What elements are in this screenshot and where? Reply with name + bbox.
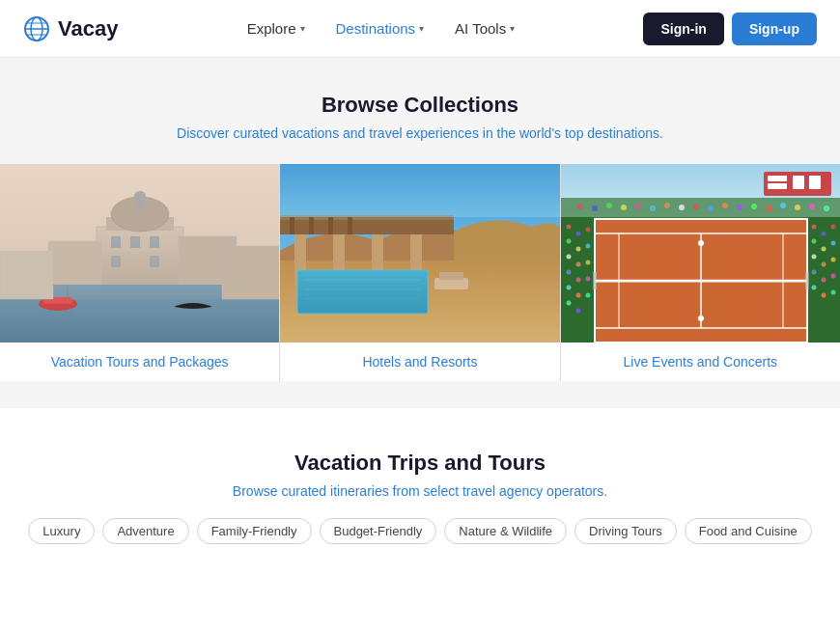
card-hotels-resorts[interactable]: Hotels and Resorts	[280, 164, 560, 381]
svg-point-98	[830, 274, 835, 279]
svg-rect-44	[280, 164, 559, 217]
browse-section: Browse Collections Discover curated vaca…	[0, 58, 840, 408]
svg-point-75	[566, 270, 571, 275]
svg-point-55	[664, 203, 670, 208]
logo-text: Vacay	[58, 16, 118, 41]
svg-point-77	[566, 286, 571, 290]
nav-links: Explore ▾ Destinations ▾ AI Tools ▾	[236, 14, 527, 42]
svg-rect-30	[309, 217, 314, 234]
cards-row: Vacation Tours and Packages	[0, 164, 840, 381]
svg-rect-18	[0, 251, 53, 299]
svg-rect-21	[130, 236, 140, 248]
svg-point-97	[830, 258, 835, 262]
svg-point-69	[566, 225, 571, 230]
svg-point-57	[693, 204, 699, 209]
svg-point-89	[811, 239, 816, 244]
svg-point-50	[592, 205, 598, 211]
tag-budget-friendly[interactable]: Budget-Friendly	[320, 518, 437, 544]
svg-point-81	[585, 228, 590, 233]
svg-point-115	[698, 240, 704, 246]
svg-point-64	[795, 205, 800, 210]
navbar: Vacay Explore ▾ Destinations ▾ AI Tools …	[0, 0, 840, 58]
card-vacation-tours-label: Vacation Tours and Packages	[0, 342, 279, 381]
tags-row: Luxury Adventure Family-Friendly Budget-…	[0, 518, 840, 544]
svg-point-91	[830, 225, 835, 230]
svg-point-93	[811, 255, 816, 260]
svg-point-59	[722, 203, 728, 208]
tag-driving-tours[interactable]: Driving Tours	[574, 518, 677, 544]
tag-food-cuisine[interactable]: Food and Cuisine	[685, 518, 812, 544]
svg-rect-121	[809, 176, 821, 189]
hotels-resorts-link[interactable]: Hotels and Resorts	[362, 354, 477, 370]
svg-point-49	[577, 204, 583, 209]
desert-image	[280, 164, 559, 342]
svg-point-96	[821, 278, 826, 283]
svg-point-71	[566, 239, 571, 244]
svg-rect-22	[150, 236, 159, 248]
logo[interactable]: Vacay	[23, 15, 118, 42]
vacation-tours-link[interactable]: Vacation Tours and Packages	[51, 354, 229, 370]
svg-rect-43	[439, 272, 463, 280]
tag-adventure[interactable]: Adventure	[102, 518, 188, 544]
signup-button[interactable]: Sign-up	[732, 13, 817, 45]
svg-point-65	[809, 204, 815, 209]
svg-rect-19	[222, 246, 279, 299]
browse-subtitle: Discover curated vacations and travel ex…	[0, 125, 840, 141]
tag-nature-wildlife[interactable]: Nature & Wildlife	[444, 518, 567, 544]
tag-family-friendly[interactable]: Family-Friendly	[197, 518, 312, 544]
svg-point-95	[811, 270, 816, 275]
svg-point-78	[575, 293, 580, 298]
svg-point-99	[811, 286, 816, 290]
svg-rect-23	[111, 256, 121, 267]
svg-point-66	[824, 205, 829, 211]
svg-rect-20	[111, 236, 121, 248]
svg-point-101	[830, 290, 835, 295]
svg-point-85	[585, 293, 590, 298]
card-live-events-label: Live Events and Concerts	[561, 342, 840, 381]
svg-rect-24	[150, 256, 159, 267]
svg-point-73	[566, 255, 571, 260]
svg-point-60	[737, 205, 742, 210]
svg-point-87	[811, 225, 816, 230]
svg-point-70	[575, 232, 580, 236]
svg-point-84	[585, 277, 590, 282]
svg-point-51	[606, 203, 612, 208]
card-vacation-tours[interactable]: Vacation Tours and Packages	[0, 164, 280, 381]
svg-point-11	[134, 191, 146, 201]
svg-rect-37	[297, 270, 428, 314]
svg-point-76	[575, 278, 580, 283]
svg-point-63	[780, 203, 786, 208]
browse-title: Browse Collections	[0, 93, 840, 118]
nav-actions: Sign-in Sign-up	[643, 13, 817, 45]
globe-icon	[23, 15, 50, 42]
card-hotels-resorts-label: Hotels and Resorts	[280, 342, 559, 381]
tag-luxury[interactable]: Luxury	[28, 518, 95, 544]
svg-rect-29	[290, 217, 294, 234]
svg-point-54	[650, 205, 656, 211]
svg-point-53	[635, 204, 641, 209]
live-events-link[interactable]: Live Events and Concerts	[624, 354, 778, 370]
svg-point-56	[679, 205, 685, 210]
card-live-events[interactable]: Live Events and Concerts	[561, 164, 840, 381]
svg-rect-118	[768, 176, 787, 181]
svg-point-94	[821, 262, 826, 267]
svg-point-61	[751, 204, 757, 209]
nav-ai-tools[interactable]: AI Tools ▾	[443, 14, 526, 42]
svg-point-79	[566, 301, 571, 306]
svg-point-72	[575, 247, 580, 252]
trips-section: Vacation Trips and Tours Browse curated …	[0, 408, 840, 571]
svg-rect-119	[768, 183, 787, 189]
svg-rect-120	[793, 176, 804, 189]
svg-point-100	[821, 293, 826, 298]
svg-point-80	[575, 309, 580, 314]
venice-image	[0, 164, 279, 342]
svg-point-58	[708, 205, 714, 211]
nav-explore[interactable]: Explore ▾	[236, 14, 317, 42]
explore-chevron-icon: ▾	[300, 23, 305, 34]
svg-point-114	[698, 315, 704, 321]
svg-rect-31	[328, 217, 333, 234]
svg-point-83	[585, 260, 590, 265]
signin-button[interactable]: Sign-in	[643, 13, 723, 45]
nav-destinations[interactable]: Destinations ▾	[324, 14, 436, 42]
destinations-chevron-icon: ▾	[419, 23, 424, 34]
